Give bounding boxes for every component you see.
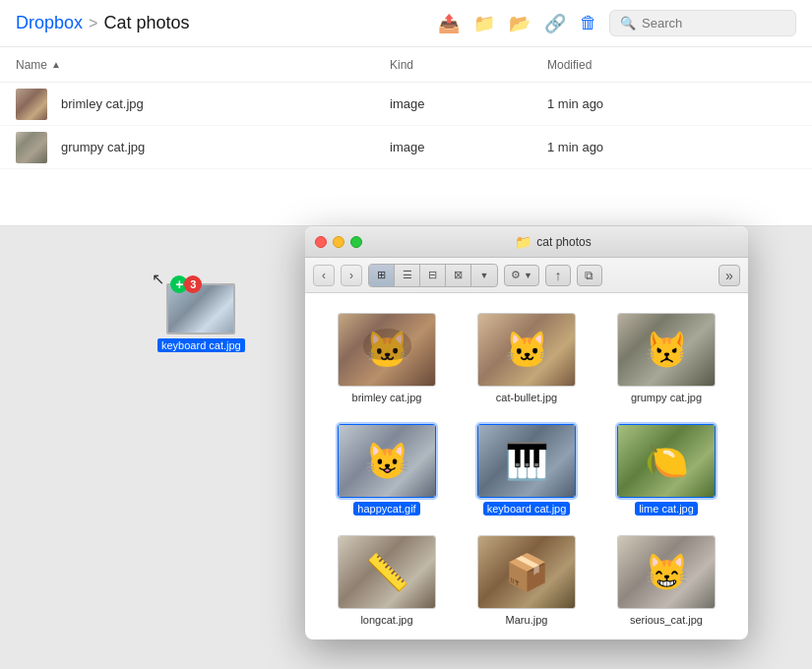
file-modified: 1 min ago bbox=[547, 140, 796, 154]
delete-icon[interactable]: 🗑 bbox=[580, 13, 597, 33]
file-name-col: grumpy cat.jpg bbox=[16, 132, 390, 163]
search-input[interactable] bbox=[642, 16, 785, 30]
drag-cursor: ↖ bbox=[152, 270, 164, 288]
toolbar-icons: 📤 📁 📂 🔗 🗑 bbox=[438, 13, 597, 34]
window-control-button[interactable]: ⧉ bbox=[577, 265, 602, 286]
list-item[interactable]: 🐱 cat-bullet.jpg bbox=[461, 309, 593, 408]
col-modified-header[interactable]: Modified bbox=[547, 58, 796, 72]
file-name: cat-bullet.jpg bbox=[492, 391, 561, 404]
finder-title-text: cat photos bbox=[536, 235, 591, 249]
table-row[interactable]: grumpy cat.jpg image 1 min ago bbox=[0, 126, 812, 169]
file-kind: image bbox=[390, 96, 547, 111]
coverflow-view-button[interactable]: ⊠ bbox=[446, 265, 471, 286]
file-modified: 1 min ago bbox=[547, 96, 796, 111]
sort-arrow: ▲ bbox=[51, 59, 61, 70]
file-thumbnail bbox=[16, 132, 47, 163]
col-name-label: Name bbox=[16, 58, 47, 72]
upload-icon[interactable]: 📤 bbox=[438, 13, 460, 34]
file-name: grumpy cat.jpg bbox=[61, 140, 145, 154]
file-kind: image bbox=[390, 140, 547, 154]
list-item[interactable]: 📏 longcat.jpg bbox=[321, 531, 453, 631]
list-item[interactable]: 🐱 brimley cat.jpg bbox=[321, 309, 453, 408]
list-item[interactable]: 🎹 keyboard cat.jpg bbox=[461, 420, 593, 519]
col-modified-label: Modified bbox=[547, 58, 592, 72]
action-button[interactable]: ⚙ ▼ bbox=[504, 265, 539, 286]
file-thumbnail: 📏 bbox=[338, 535, 436, 609]
dragging-item: ↖ + 3 keyboard cat.jpg bbox=[157, 283, 245, 352]
file-name: brimley cat.jpg bbox=[348, 391, 426, 404]
list-view-button[interactable]: ☰ bbox=[395, 265, 420, 286]
search-box[interactable]: 🔍 bbox=[609, 10, 796, 36]
arrange-dropdown[interactable]: ▼ bbox=[471, 265, 497, 286]
col-kind-header[interactable]: Kind bbox=[390, 58, 547, 72]
file-name: grumpy cat.jpg bbox=[627, 391, 706, 404]
folder-open-icon[interactable]: 📂 bbox=[509, 13, 531, 34]
file-thumbnail: 😸 bbox=[617, 535, 716, 609]
file-thumbnail: 😾 bbox=[617, 313, 716, 387]
list-item[interactable]: 😺 happycat.gif bbox=[321, 420, 453, 519]
column-view-button[interactable]: ⊟ bbox=[420, 265, 446, 286]
close-button[interactable] bbox=[315, 236, 327, 248]
view-buttons: ⊞ ☰ ⊟ ⊠ ▼ bbox=[368, 264, 498, 287]
file-name: lime cat.jpg bbox=[635, 502, 698, 516]
finder-toolbar: ‹ › ⊞ ☰ ⊟ ⊠ ▼ ⚙ ▼ ↑ ⧉ » bbox=[305, 258, 748, 293]
col-kind-label: Kind bbox=[390, 58, 413, 72]
list-item[interactable]: 📦 Maru.jpg bbox=[461, 531, 593, 631]
icon-view-button[interactable]: ⊞ bbox=[369, 265, 395, 286]
finder-window: 📁 cat photos ‹ › ⊞ ☰ ⊟ ⊠ ▼ ⚙ ▼ ↑ ⧉ » bbox=[305, 226, 748, 639]
breadcrumb-dropbox[interactable]: Dropbox bbox=[16, 13, 83, 33]
file-thumbnail: 🍋 bbox=[617, 424, 716, 498]
file-thumbnail: 🐱 bbox=[338, 313, 436, 387]
file-thumbnail: 🐱 bbox=[477, 313, 576, 387]
file-name: serious_cat.jpg bbox=[626, 613, 707, 627]
dropbox-panel: Dropbox > Cat photos 📤 📁 📂 🔗 🗑 🔍 Name ▲ … bbox=[0, 0, 812, 226]
list-item[interactable]: 😸 serious_cat.jpg bbox=[600, 531, 732, 631]
file-name: keyboard cat.jpg bbox=[483, 502, 571, 516]
share-button[interactable]: ↑ bbox=[545, 265, 571, 286]
finder-titlebar: 📁 cat photos bbox=[305, 226, 748, 258]
finder-title: 📁 cat photos bbox=[368, 234, 738, 250]
finder-content: 🐱 brimley cat.jpg 🐱 cat-bullet.jpg 😾 gru… bbox=[305, 293, 748, 639]
file-list-header: Name ▲ Kind Modified bbox=[0, 47, 812, 83]
drag-badge-container: + 3 bbox=[166, 283, 235, 334]
list-item[interactable]: 🍋 lime cat.jpg bbox=[600, 420, 732, 519]
breadcrumb: Dropbox > Cat photos bbox=[16, 13, 438, 33]
back-button[interactable]: ‹ bbox=[313, 265, 335, 286]
folder-icon: 📁 bbox=[515, 234, 531, 250]
minimize-button[interactable] bbox=[333, 236, 344, 248]
forward-button[interactable]: › bbox=[341, 265, 362, 286]
file-name: Maru.jpg bbox=[502, 613, 552, 627]
file-thumbnail: 📦 bbox=[477, 535, 576, 609]
link-icon[interactable]: 🔗 bbox=[544, 13, 566, 34]
breadcrumb-separator: > bbox=[89, 15, 97, 32]
folder-add-icon[interactable]: 📁 bbox=[473, 13, 495, 34]
more-button[interactable]: » bbox=[718, 265, 740, 286]
action-dropdown-arrow: ▼ bbox=[524, 271, 532, 280]
file-thumbnail bbox=[16, 89, 47, 120]
gear-icon: ⚙ bbox=[511, 269, 521, 281]
breadcrumb-current: Cat photos bbox=[103, 13, 189, 33]
maximize-button[interactable] bbox=[350, 236, 362, 248]
col-name-header[interactable]: Name ▲ bbox=[16, 58, 390, 72]
dropbox-header: Dropbox > Cat photos 📤 📁 📂 🔗 🗑 🔍 bbox=[0, 0, 812, 47]
file-name: happycat.gif bbox=[353, 502, 419, 516]
list-item[interactable]: 😾 grumpy cat.jpg bbox=[600, 309, 732, 408]
file-name: longcat.jpg bbox=[356, 613, 416, 627]
desktop-area: ↖ + 3 keyboard cat.jpg 📁 cat photos ‹ › … bbox=[0, 226, 812, 669]
table-row[interactable]: brimley cat.jpg image 1 min ago bbox=[0, 83, 812, 126]
file-name-col: brimley cat.jpg bbox=[16, 89, 390, 120]
file-thumbnail: 🎹 bbox=[477, 424, 576, 498]
search-icon: 🔍 bbox=[620, 16, 636, 30]
file-name: brimley cat.jpg bbox=[61, 96, 144, 111]
file-thumbnail: 😺 bbox=[338, 424, 436, 498]
dragging-label: keyboard cat.jpg bbox=[157, 338, 245, 352]
